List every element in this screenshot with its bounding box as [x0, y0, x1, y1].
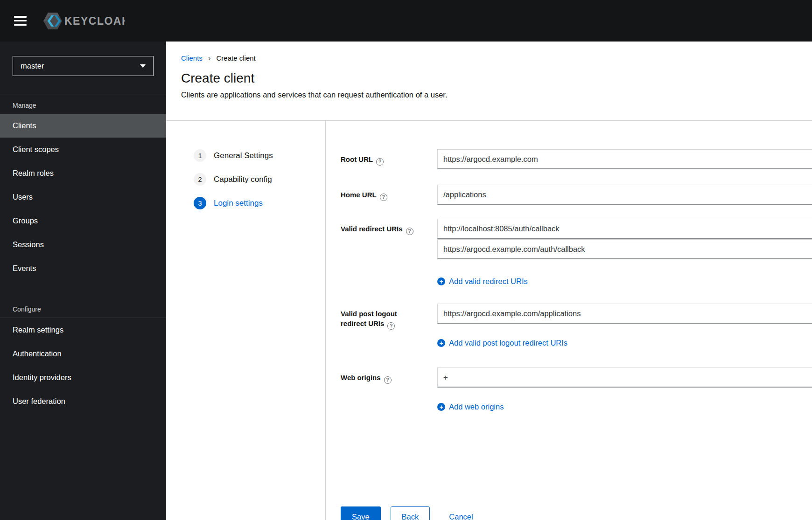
main-content: Clients › Create client Create client Cl… [166, 42, 812, 520]
breadcrumb: Clients › Create client [181, 54, 812, 62]
keycloak-logo: KEYCLOAK [42, 11, 125, 31]
step-number-badge: 2 [194, 173, 206, 186]
page-subtitle: Clients are applications and services th… [181, 90, 812, 99]
root-url-value [437, 149, 812, 169]
plus-circle-icon: + [437, 277, 445, 285]
section-title-configure: Configure [0, 299, 166, 318]
plus-circle-icon: + [437, 339, 445, 347]
sidebar-item-groups[interactable]: Groups [0, 209, 166, 233]
home-url-input[interactable] [437, 185, 812, 205]
web-origins-label: Web origins? [341, 367, 437, 411]
realm-selector[interactable]: master [13, 56, 154, 76]
valid-redirect-uris-label: Valid redirect URIs? [341, 219, 437, 286]
page-title: Create client [181, 71, 812, 86]
web-origins-value: + Add web origins [437, 367, 812, 411]
sidebar-section-manage: Manage Clients Client scopes Realm roles… [0, 95, 166, 280]
sidebar-section-configure: Configure Realm settings Authentication … [0, 299, 166, 413]
breadcrumb-clients-link[interactable]: Clients [181, 54, 203, 62]
save-button[interactable]: Save [341, 506, 381, 520]
sidebar-item-user-federation[interactable]: User federation [0, 389, 166, 413]
cancel-button[interactable]: Cancel [449, 506, 473, 520]
step-number-badge: 1 [194, 149, 206, 162]
root-url-label: Root URL? [341, 149, 437, 169]
section-title-manage: Manage [0, 95, 166, 114]
sidebar-item-events[interactable]: Events [0, 257, 166, 280]
back-button[interactable]: Back [391, 506, 430, 520]
home-url-label: Home URL? [341, 185, 437, 205]
post-logout-uri-input[interactable] [437, 304, 812, 324]
form-actions: Save Back Cancel [341, 506, 812, 520]
sidebar-item-realm-roles[interactable]: Realm roles [0, 161, 166, 185]
step-label: Login settings [214, 199, 263, 208]
sidebar-item-users[interactable]: Users [0, 185, 166, 209]
realm-selector-value: master [21, 62, 44, 70]
redirect-uri-input-1[interactable] [437, 219, 812, 239]
post-logout-uris-label: Valid post logout redirect URIs? [341, 304, 437, 347]
top-bar: KEYCLOAK [0, 0, 812, 42]
wizard-nav: 1 General Settings 2 Capability config 3… [166, 121, 326, 520]
help-icon[interactable]: ? [376, 158, 384, 166]
sidebar-item-realm-settings[interactable]: Realm settings [0, 318, 166, 342]
keycloak-logo-icon: KEYCLOAK [42, 11, 125, 31]
post-logout-uris-value: + Add valid post logout redirect URIs [437, 304, 812, 347]
add-web-origins-link[interactable]: + Add web origins [437, 402, 504, 411]
step-label: General Settings [214, 151, 273, 160]
help-icon[interactable]: ? [380, 194, 387, 201]
page-header: Clients › Create client Create client Cl… [166, 42, 812, 121]
sidebar-item-sessions[interactable]: Sessions [0, 233, 166, 257]
root-url-row: Root URL? [341, 149, 812, 169]
hamburger-menu-icon[interactable] [14, 16, 27, 26]
help-icon[interactable]: ? [384, 376, 392, 384]
post-logout-uris-row: Valid post logout redirect URIs? + Add v… [341, 304, 812, 347]
valid-redirect-uris-values: + Add valid redirect URIs [437, 219, 812, 286]
step-label: Capability config [214, 175, 272, 184]
breadcrumb-separator-icon: › [208, 54, 211, 62]
step-number-badge: 3 [194, 197, 206, 209]
help-icon[interactable]: ? [406, 228, 413, 235]
valid-redirect-uris-row: Valid redirect URIs? + Add valid redirec… [341, 219, 812, 286]
sidebar-item-authentication[interactable]: Authentication [0, 342, 166, 366]
breadcrumb-current: Create client [217, 54, 256, 62]
home-url-row: Home URL? [341, 185, 812, 205]
help-icon[interactable]: ? [387, 322, 395, 330]
web-origins-input[interactable] [437, 367, 812, 388]
redirect-uri-input-2[interactable] [437, 239, 812, 259]
login-settings-form: Root URL? Home URL? Valid redirect URIs? [326, 121, 812, 520]
chevron-down-icon [140, 64, 146, 68]
add-valid-redirect-uris-link[interactable]: + Add valid redirect URIs [437, 277, 528, 286]
sidebar-item-clients[interactable]: Clients [0, 114, 166, 138]
sidebar-item-client-scopes[interactable]: Client scopes [0, 138, 166, 161]
home-url-value [437, 185, 812, 205]
sidebar-item-identity-providers[interactable]: Identity providers [0, 366, 166, 389]
add-post-logout-uris-link[interactable]: + Add valid post logout redirect URIs [437, 339, 567, 347]
web-origins-row: Web origins? + Add web origins [341, 367, 812, 411]
root-url-input[interactable] [437, 149, 812, 169]
wizard-step-login-settings[interactable]: 3 Login settings [166, 191, 325, 215]
wizard-step-capability-config[interactable]: 2 Capability config [166, 167, 325, 191]
content-body: 1 General Settings 2 Capability config 3… [166, 121, 812, 520]
plus-circle-icon: + [437, 403, 445, 411]
svg-text:KEYCLOAK: KEYCLOAK [64, 15, 125, 27]
sidebar: master Manage Clients Client scopes Real… [0, 42, 166, 520]
wizard-step-general-settings[interactable]: 1 General Settings [166, 144, 325, 167]
